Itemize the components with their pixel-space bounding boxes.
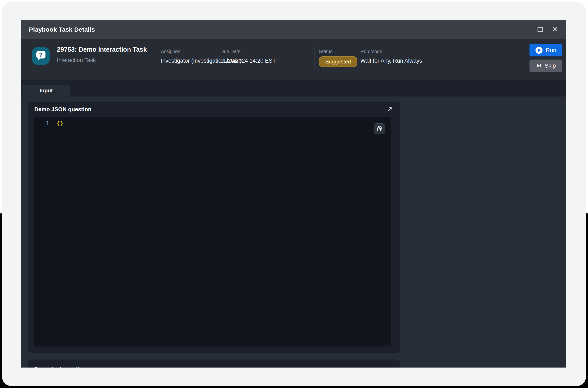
- close-button[interactable]: [552, 26, 558, 33]
- line-number: 1: [34, 119, 49, 127]
- page-background-card: Playbook Task Details: [2, 2, 586, 386]
- panel-title: Demo JSON question: [34, 106, 91, 113]
- run-button-label: Run: [546, 47, 556, 53]
- tab-input-label: Input: [40, 87, 53, 94]
- code-line: 1 {}: [34, 119, 391, 127]
- modal-content: Demo JSON question 1: [21, 97, 566, 367]
- task-title-block: 29753: Demo Interaction Task Interaction…: [57, 46, 147, 63]
- play-circle-icon: [535, 47, 543, 54]
- tab-input[interactable]: Input: [22, 85, 70, 97]
- panel-title-clipped: Demo text question: [34, 366, 400, 367]
- meta-due-date: Due Date 11/26/2024 14:20 EST: [216, 47, 314, 70]
- demo-json-question-panel: Demo JSON question 1: [28, 101, 400, 353]
- question-speech-bubble-icon: ?: [32, 47, 50, 65]
- tab-bar: Input: [21, 80, 566, 97]
- assignee-label: Assignee: [161, 49, 216, 54]
- meta-assignee: Assignee Investigator (Investigation Tea…: [156, 47, 216, 70]
- status-label: Status: [319, 49, 356, 54]
- meta-run-mode: Run Mode Wait for Any, Run Always: [356, 47, 444, 70]
- close-icon: [552, 26, 558, 32]
- task-action-buttons: Run Skip: [530, 44, 562, 72]
- svg-text:?: ?: [39, 51, 43, 58]
- skip-button[interactable]: Skip: [530, 60, 562, 72]
- due-date-label: Due Date: [220, 49, 314, 54]
- maximize-button[interactable]: [537, 26, 543, 33]
- task-type-label: Interaction Task: [57, 57, 147, 63]
- skip-to-end-icon: [536, 63, 542, 69]
- window-controls: [537, 26, 558, 33]
- skip-button-label: Skip: [545, 62, 556, 69]
- assignee-value: Investigator (Investigation Team): [161, 58, 216, 64]
- copy-icon: [376, 125, 383, 132]
- interaction-task-icon: ?: [32, 47, 50, 65]
- demo-text-question-panel: Demo text question: [28, 359, 400, 367]
- run-mode-label: Run Mode: [360, 49, 444, 54]
- status-badge: Suggested: [319, 56, 357, 67]
- task-title: 29753: Demo Interaction Task: [57, 46, 147, 53]
- expand-panel-button[interactable]: [387, 106, 392, 113]
- maximize-icon: [538, 27, 543, 32]
- run-button[interactable]: Run: [530, 44, 562, 56]
- copy-button[interactable]: [374, 123, 385, 134]
- meta-status: Status Suggested: [314, 47, 356, 70]
- json-code-editor[interactable]: 1 {}: [34, 117, 391, 346]
- line-code: {}: [49, 119, 63, 127]
- playbook-task-details-modal: Playbook Task Details: [21, 20, 566, 367]
- due-date-value: 11/26/2024 14:20 EST: [220, 58, 314, 64]
- modal-titlebar: Playbook Task Details: [21, 20, 566, 39]
- panel-header: Demo JSON question: [28, 101, 400, 117]
- expand-icon: [387, 106, 392, 113]
- run-mode-value: Wait for Any, Run Always: [360, 58, 444, 64]
- task-header: ? 29753: Demo Interaction Task Interacti…: [21, 39, 566, 80]
- modal-title: Playbook Task Details: [29, 26, 95, 33]
